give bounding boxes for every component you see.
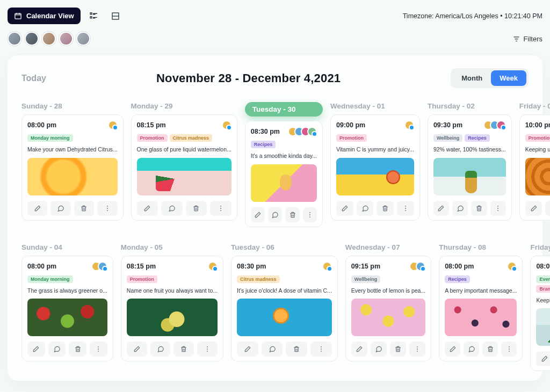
calendar-view-button[interactable]: Calendar View [8, 8, 81, 24]
tag[interactable]: Wellbeing [351, 275, 380, 283]
comment-button[interactable] [48, 342, 66, 357]
assignee-avatar[interactable] [98, 262, 107, 271]
avatar[interactable] [76, 32, 90, 46]
more-button[interactable] [409, 342, 425, 357]
more-button[interactable] [490, 201, 506, 216]
tag[interactable]: Recipes [465, 134, 490, 142]
assignee-avatar[interactable] [404, 120, 414, 130]
tag[interactable]: Monday morning [27, 275, 73, 283]
avatar[interactable] [8, 32, 21, 46]
avatar[interactable] [42, 32, 56, 46]
delete-button[interactable] [285, 207, 299, 222]
edit-icon [143, 205, 151, 212]
month-view-button[interactable]: Month [453, 70, 491, 86]
edit-button[interactable] [137, 201, 158, 216]
comment-button[interactable] [545, 201, 550, 216]
post-card[interactable]: 09:30 pmWellbeingRecipes92% water, 100% … [428, 114, 512, 221]
edit-button[interactable] [237, 342, 258, 357]
delete-button[interactable] [471, 201, 487, 216]
delete-button[interactable] [286, 342, 307, 357]
comment-button[interactable] [262, 342, 283, 357]
assignee-avatar[interactable] [108, 120, 118, 130]
comment-button[interactable] [50, 201, 70, 216]
post-card[interactable]: 09:15 pmWellbeingEvery bottle of lemon i… [345, 256, 431, 362]
assignee-avatar[interactable] [416, 262, 425, 271]
more-button[interactable] [303, 207, 317, 222]
tag[interactable]: Promotion [127, 275, 157, 283]
edit-button[interactable] [536, 351, 550, 366]
comment-button[interactable] [161, 201, 183, 216]
post-description: Make your own Dehydrated Citrus... [27, 146, 118, 154]
delete-button[interactable] [482, 342, 498, 357]
tag[interactable]: Promotion [137, 134, 168, 142]
assignee-avatar[interactable] [307, 127, 317, 136]
edit-button[interactable] [433, 201, 449, 216]
more-button[interactable] [197, 342, 218, 357]
assignee-avatar[interactable] [496, 120, 506, 130]
delete-button[interactable] [390, 342, 406, 357]
grid-view-button[interactable] [107, 8, 124, 24]
post-card[interactable]: 10:00 pmPromotionKeeping up with social … [519, 114, 550, 221]
tag[interactable]: Citrus madness [237, 275, 280, 283]
delete-button[interactable] [69, 342, 86, 357]
post-card[interactable]: 09:00 pmPromotionVitamin C is yummy and … [330, 114, 420, 221]
delete-button[interactable] [74, 201, 94, 216]
more-button[interactable] [90, 342, 107, 357]
delete-button[interactable] [173, 342, 194, 357]
list-view-button[interactable] [86, 8, 102, 24]
platform-badge-icon [102, 266, 108, 272]
comment-icon [269, 345, 276, 353]
comment-button[interactable] [371, 342, 387, 357]
more-button[interactable] [97, 201, 117, 216]
avatar[interactable] [59, 32, 73, 46]
comment-button[interactable] [268, 207, 282, 222]
more-button[interactable] [310, 342, 332, 357]
post-card[interactable]: 08:30 pmCitrus madnessIt's juice o'clock… [231, 256, 338, 362]
comment-button[interactable] [452, 201, 468, 216]
post-card[interactable]: 08:15 pmPromotionCitrus madnessOne glass… [131, 114, 237, 221]
comment-button[interactable] [464, 342, 479, 357]
assignee-avatar[interactable] [208, 262, 218, 271]
edit-button[interactable] [251, 207, 265, 222]
edit-button[interactable] [27, 201, 47, 216]
more-button[interactable] [210, 201, 231, 216]
avatar[interactable] [25, 32, 39, 46]
comment-button[interactable] [357, 201, 374, 216]
tag[interactable]: Recipes [445, 275, 470, 283]
tags: WellbeingRecipes [433, 134, 506, 142]
tag[interactable]: Promotion [525, 134, 550, 142]
edit-button[interactable] [445, 342, 460, 357]
edit-button[interactable] [127, 342, 147, 357]
tag[interactable]: Monday morning [27, 134, 73, 142]
tag[interactable]: Citrus madness [170, 134, 213, 142]
tag[interactable]: Recipes [251, 141, 276, 148]
post-card[interactable]: 08:30 pmRecipesIt's a smoothie kinda day… [245, 121, 323, 227]
post-thumbnail [237, 299, 332, 336]
edit-button[interactable] [525, 201, 542, 216]
edit-button[interactable] [27, 342, 45, 357]
tag[interactable]: Wellbeing [433, 134, 462, 142]
post-card[interactable]: 08:15 pmPromotionName one fruit you alwa… [121, 256, 223, 362]
more-button[interactable] [397, 201, 414, 216]
delete-button[interactable] [377, 201, 394, 216]
more-button[interactable] [501, 342, 517, 357]
post-card[interactable]: 08:00 pmRecipesA berry important message… [439, 256, 523, 362]
platform-badge-icon [511, 266, 517, 272]
week-view-button[interactable]: Week [491, 70, 526, 86]
assignee-avatar[interactable] [507, 262, 517, 271]
edit-button[interactable] [336, 201, 353, 216]
post-card[interactable]: 08:00 pmMonday morningThe grass is alway… [21, 256, 113, 362]
delete-button[interactable] [186, 201, 207, 216]
assignee-avatar[interactable] [222, 120, 231, 130]
tag[interactable]: Evergreen [536, 275, 550, 283]
post-card[interactable]: 08:00 pmEvergreenBranded ContentKeeping … [530, 256, 550, 372]
assignee-avatar[interactable] [322, 262, 332, 271]
comment-icon [168, 205, 176, 212]
edit-button[interactable] [351, 342, 367, 357]
post-card[interactable]: 08:00 pmMonday morningMake your own Dehy… [21, 114, 124, 221]
more-icon [104, 205, 111, 212]
comment-button[interactable] [150, 342, 171, 357]
tag[interactable]: Branded Content [536, 285, 550, 293]
filters-button[interactable]: Filters [512, 35, 542, 43]
tag[interactable]: Promotion [336, 134, 367, 142]
